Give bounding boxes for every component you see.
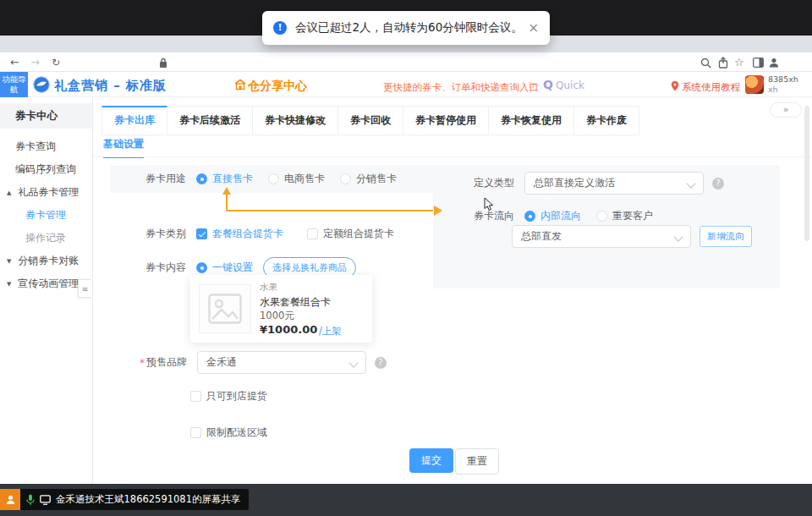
checkbox-store-pickup-only[interactable]: 只可到店提货	[190, 389, 267, 403]
info-icon: !	[273, 21, 287, 35]
sidebar-item-distribution-reconciliation[interactable]: ▼ 分销券卡对账	[0, 250, 92, 272]
checkbox-label: 限制配送区域	[206, 425, 267, 440]
card-flow-select-row: 总部直发 新增流向	[512, 225, 752, 248]
person-icon	[5, 494, 16, 505]
sidebar-item-label: 券卡管理	[25, 209, 66, 221]
zoom-icon[interactable]	[700, 58, 711, 69]
radio-label: 内部流向	[540, 209, 581, 223]
profile-icon[interactable]	[768, 57, 780, 69]
sidebar-item-label: 操作记录	[25, 232, 66, 244]
sidebar-item-gift-card-management[interactable]: ▲ 礼品券卡管理	[0, 181, 92, 204]
radio-icon	[340, 173, 351, 184]
add-flow-button[interactable]: 新增流向	[700, 226, 752, 247]
radio-selected-icon	[196, 262, 207, 273]
user-sub-id: xh	[768, 85, 798, 95]
card-content-label: 券卡内容	[145, 261, 186, 275]
user-avatar[interactable]	[745, 75, 764, 94]
reload-icon[interactable]: ↻	[52, 57, 60, 69]
sidebar-item-label: 编码序列查询	[15, 163, 76, 175]
tab-card-outbound[interactable]: 券卡出库	[102, 106, 167, 135]
tabs-collapse-button[interactable]: »	[770, 102, 802, 118]
radio-one-key-setup[interactable]: 一键设置	[196, 261, 253, 275]
user-id: 8385xh	[768, 74, 798, 85]
quick-search-label[interactable]: Quick	[556, 80, 584, 91]
presale-brand-select[interactable]: 金禾通	[197, 351, 366, 374]
radio-label: 直接售卡	[212, 172, 253, 186]
subtab-basic-settings[interactable]: 基础设置	[103, 137, 144, 158]
sidebar-item-card-management[interactable]: 券卡管理	[0, 204, 92, 227]
card-usage-row: 券卡用途 直接售卡 电商售卡 分销售卡	[145, 172, 412, 186]
checkbox-icon	[190, 391, 201, 402]
sidebar-item-code-sequence-query[interactable]: 编码序列查询	[0, 158, 92, 181]
share-icon[interactable]	[718, 57, 728, 69]
help-icon[interactable]: ?	[712, 178, 724, 189]
reset-button[interactable]: 重置	[455, 448, 499, 475]
radio-direct-sale[interactable]: 直接售卡	[196, 172, 253, 186]
tab-card-follow-activation[interactable]: 券卡后续激活	[167, 106, 253, 135]
sidebar-collapse-handle[interactable]: ≡	[78, 279, 91, 298]
share-center-link[interactable]: 仓分享中心	[248, 79, 307, 94]
tab-card-void[interactable]: 券卡作废	[574, 106, 639, 135]
forward-icon[interactable]: →	[30, 56, 40, 69]
flow-direction-select[interactable]: 总部直发	[512, 225, 691, 248]
toast-close-icon[interactable]: ×	[528, 20, 539, 36]
app-brand-title: 礼盒营销 – 标准版	[54, 78, 167, 94]
radio-label: 重要客户	[612, 209, 653, 223]
radio-label: 分销售卡	[356, 172, 397, 186]
tab-card-recycle[interactable]: 券卡回收	[338, 106, 403, 135]
sidebar-item-operation-log[interactable]: 操作记录	[0, 227, 92, 250]
checkbox-label: 定额组合提货卡	[323, 227, 394, 241]
radio-internal-flow[interactable]: 内部流向	[524, 209, 581, 223]
checkbox-label: 只可到店提货	[206, 389, 267, 403]
expand-down-icon: ▼	[7, 281, 11, 288]
radio-key-customer[interactable]: 重要客户	[596, 209, 653, 223]
image-placeholder-icon	[208, 294, 242, 324]
presale-brand-label: 预售品牌	[146, 355, 187, 370]
expand-down-icon: ▼	[7, 258, 11, 265]
sidebar-item-card-query[interactable]: 券卡查询	[0, 135, 92, 158]
define-type-label: 定义类型	[474, 176, 514, 190]
sidebar-item-label: 宣传动画管理	[18, 277, 79, 289]
sidebar: 券卡中心 券卡查询 编码序列查询 ▲ 礼品券卡管理 券卡管理 操作记录 ▼ 分销…	[0, 97, 93, 484]
meeting-toast: ! 会议已超过2人，自动转为60分钟限时会议。 ×	[262, 11, 550, 45]
system-tutorial-link[interactable]: 系统使用教程	[682, 81, 740, 94]
define-type-value: 总部直接定义激活	[534, 176, 615, 190]
radio-icon	[268, 173, 279, 184]
tab-card-quick-edit[interactable]: 券卡快捷修改	[253, 106, 338, 135]
side-panel-icon[interactable]	[753, 58, 764, 68]
product-spec: 1000元	[260, 310, 294, 322]
checkbox-combo-pickup-card[interactable]: 套餐组合提货卡	[196, 227, 283, 241]
checkbox-fixed-amount-card[interactable]: 定额组合提货卡	[307, 227, 394, 241]
submit-button[interactable]: 提交	[409, 448, 453, 473]
tab-card-resume[interactable]: 券卡恢复使用	[489, 106, 574, 135]
scrollbar-thumb[interactable]	[804, 106, 809, 241]
card-usage-label: 券卡用途	[145, 172, 186, 186]
quick-magnifier-icon[interactable]: Q	[543, 78, 553, 91]
presale-brand-row: * 预售品牌 金禾通 ?	[140, 351, 387, 374]
share-user-avatar	[0, 489, 20, 510]
help-icon[interactable]: ?	[375, 357, 387, 369]
presale-brand-value: 金禾通	[206, 355, 237, 370]
annotation-arrow	[211, 185, 453, 216]
browser-toolbar: ← → ↻ standard.maboy.cn/CardsOut ☆ 更新 ⋮	[0, 52, 812, 72]
bookmark-star-icon[interactable]: ☆	[734, 56, 744, 69]
quick-entry-tip[interactable]: 更快捷的券卡、订单和快递查询入口	[383, 81, 539, 94]
radio-label: 一键设置	[212, 261, 253, 275]
radio-selected-icon	[524, 211, 535, 222]
main-tabs: 券卡出库 券卡后续激活 券卡快捷修改 券卡回收 券卡暂停使用 券卡恢复使用 券卡…	[102, 106, 639, 135]
define-type-select[interactable]: 总部直接定义激活	[524, 172, 704, 195]
radio-ecommerce-sale[interactable]: 电商售卡	[268, 172, 325, 186]
radio-selected-icon	[196, 173, 207, 184]
card-category-row: 券卡类别 套餐组合提货卡 定额组合提货卡	[145, 227, 409, 241]
expand-up-icon: ▲	[7, 189, 11, 196]
radio-distribution-sale[interactable]: 分销售卡	[340, 172, 397, 186]
function-nav-toggle[interactable]: 功能导航	[0, 72, 28, 97]
checkbox-limit-delivery-area[interactable]: 限制配送区域	[190, 425, 267, 440]
lock-icon	[159, 58, 167, 69]
share-status-pill: 金禾通技术王斌18662591081的屏幕共享	[20, 489, 249, 510]
tab-card-suspend[interactable]: 券卡暂停使用	[403, 106, 489, 135]
sidebar-section-card-center[interactable]: 券卡中心	[0, 103, 92, 129]
product-onshelf-link[interactable]: /上架	[319, 325, 342, 338]
sidebar-item-label: 分销券卡对账	[18, 255, 79, 266]
back-icon[interactable]: ←	[10, 56, 19, 69]
